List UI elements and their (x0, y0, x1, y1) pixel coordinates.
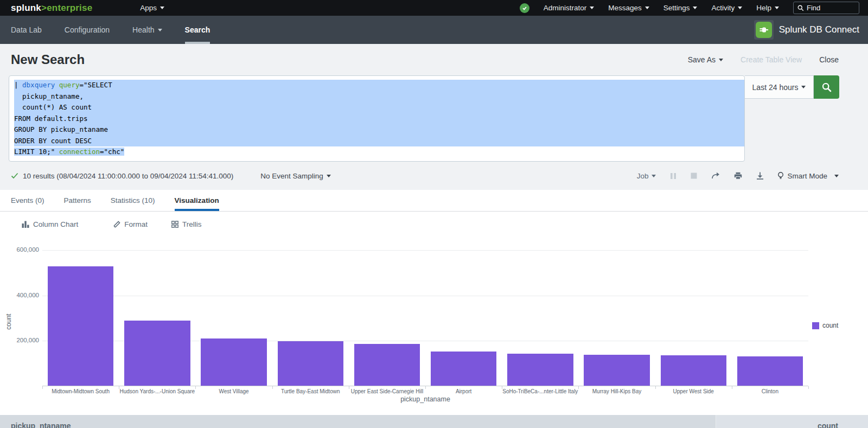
query-token: | (14, 81, 22, 89)
query-token: dbxquery (22, 81, 55, 89)
chart-type-button[interactable]: Column Chart (22, 220, 90, 228)
messages-menu[interactable]: Messages (608, 4, 649, 12)
nav-item-health[interactable]: Health (132, 16, 162, 44)
create-table-view-button[interactable]: Create Table View (741, 55, 802, 64)
apps-menu-label: Apps (140, 4, 157, 12)
chevron-down-icon (738, 7, 742, 9)
download-icon (756, 172, 764, 180)
plug-icon (756, 22, 772, 38)
nav-item-data-lab[interactable]: Data Lab (11, 16, 42, 44)
query-token: ="SELECT (79, 81, 112, 89)
activity-menu[interactable]: Activity (711, 4, 742, 12)
x-category-label: Upper West Side (655, 388, 732, 394)
query-token: FROM default.trips (14, 114, 87, 123)
nav-item-search[interactable]: Search (185, 16, 210, 44)
query-token: count(*) AS count (14, 103, 92, 111)
chart-bar[interactable] (201, 338, 266, 386)
save-as-button[interactable]: Save As (688, 55, 723, 64)
chevron-down-icon (719, 59, 723, 61)
tab-label: Patterns (64, 196, 91, 205)
health-status-icon[interactable] (520, 3, 529, 13)
format-button[interactable]: Format (113, 220, 148, 228)
db-connect-app-icon (754, 20, 774, 40)
help-menu[interactable]: Help (756, 4, 779, 12)
nav-item-label: Search (185, 25, 210, 34)
save-as-label: Save As (688, 55, 716, 64)
page-title: New Search (11, 52, 85, 67)
chart-bar[interactable] (431, 352, 496, 386)
stop-job-button[interactable] (691, 173, 697, 179)
close-button[interactable]: Close (819, 55, 839, 64)
chart-bar[interactable] (737, 356, 803, 386)
chart-bar[interactable] (48, 266, 113, 386)
chart-bar[interactable] (584, 355, 649, 386)
chevron-down-icon (775, 7, 779, 9)
chevron-down-icon (801, 86, 806, 88)
tab-statistics-10[interactable]: Statistics (10) (111, 190, 155, 211)
splunk-logo-brand: splunk (11, 3, 41, 13)
search-mode-label: Smart Mode (787, 172, 827, 180)
find-input[interactable] (807, 4, 850, 12)
tab-patterns[interactable]: Patterns (64, 190, 91, 211)
column-header-pickup-ntaname[interactable]: pickup_ntaname (0, 415, 716, 428)
settings-menu[interactable]: Settings (663, 4, 698, 12)
x-category-label: SoHo-TriBeCa-...nter-Little Italy (502, 388, 578, 394)
legend-swatch (812, 322, 819, 329)
query-line: ORDER BY count DESC (14, 136, 744, 147)
chart-bar[interactable] (124, 321, 190, 386)
apps-menu[interactable]: Apps (140, 4, 164, 12)
chevron-down-icon (590, 7, 594, 9)
search-mode-selector[interactable]: Smart Mode (778, 172, 839, 180)
stop-icon (691, 173, 697, 179)
nav-item-configuration[interactable]: Configuration (65, 16, 110, 44)
tab-events-0[interactable]: Events (0) (11, 190, 44, 211)
print-button[interactable] (734, 172, 742, 180)
query-token: ORDER BY count DESC (14, 137, 92, 145)
chart-bar[interactable] (507, 354, 573, 386)
chart-type-label: Column Chart (33, 220, 78, 228)
tab-label: Visualization (175, 196, 219, 205)
share-job-button[interactable] (711, 172, 720, 180)
event-sampling-dropdown[interactable]: No Event Sampling (260, 172, 331, 180)
splunk-logo-gt: > (41, 3, 47, 13)
query-line: FROM default.trips (14, 113, 744, 125)
chart-bar[interactable] (354, 344, 420, 386)
search-submit-button[interactable] (814, 75, 839, 99)
legend-label: count (822, 322, 838, 329)
trellis-label: Trellis (182, 220, 202, 228)
chevron-down-icon (652, 175, 656, 177)
y-tick-label: 400,000 (8, 292, 39, 298)
tab-label: Events (0) (11, 196, 44, 205)
job-menu[interactable]: Job (637, 172, 656, 180)
query-token: GROUP BY pickup_ntaname (14, 125, 108, 133)
query-token: ="chc" (100, 148, 124, 156)
trellis-button[interactable]: Trellis (171, 220, 202, 228)
column-header-count[interactable]: count (716, 415, 868, 428)
export-button[interactable] (756, 172, 764, 180)
splunk-logo-product: enterprise (47, 3, 92, 13)
x-axis-tick (808, 386, 809, 389)
chart-bar-slot (732, 250, 808, 386)
administrator-menu[interactable]: Administrator (544, 4, 595, 12)
lightbulb-icon (778, 172, 783, 180)
tab-visualization[interactable]: Visualization (175, 190, 219, 211)
app-identity[interactable]: Splunk DB Connect (754, 20, 859, 40)
activity-menu-label: Activity (711, 4, 735, 12)
nav-item-label: Configuration (65, 25, 110, 34)
time-range-picker[interactable]: Last 24 hours (745, 75, 814, 99)
x-category-label: Midtown-Midtown South (42, 388, 119, 394)
find-search-box[interactable] (793, 2, 859, 14)
close-label: Close (819, 55, 839, 64)
search-icon (821, 82, 832, 93)
search-icon (797, 5, 804, 11)
x-category-label: Hudson Yards-...-Union Square (119, 388, 195, 394)
pause-job-button[interactable] (670, 173, 676, 180)
create-table-view-label: Create Table View (741, 55, 802, 64)
chart-bar[interactable] (278, 341, 343, 386)
splunk-logo[interactable]: splunk>enterprise (11, 3, 92, 14)
success-check-icon (11, 173, 18, 179)
chart-bar[interactable] (661, 355, 726, 386)
chart-legend[interactable]: count (812, 322, 838, 329)
search-query-input[interactable]: | dbxquery query="SELECT pickup_ntaname,… (9, 75, 745, 162)
job-menu-label: Job (637, 172, 649, 180)
